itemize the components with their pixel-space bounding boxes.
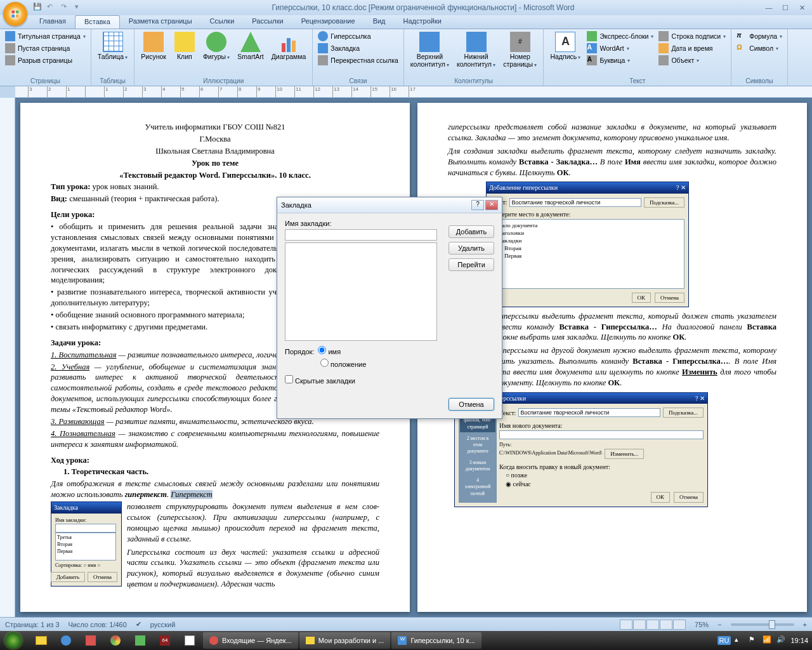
order-position-radio[interactable]: положение [320, 359, 366, 368]
windows-orb-icon [5, 632, 22, 649]
smartart-icon [240, 32, 261, 52]
ribbon: Титульная страница Пустая страница Разры… [0, 29, 812, 86]
view-outline[interactable] [660, 620, 672, 630]
symbol-button[interactable]: ΩСимвол [735, 43, 783, 54]
goto-button[interactable]: Перейти [449, 258, 494, 271]
textbox-button[interactable]: AНадпись [547, 30, 583, 62]
qat-more-icon[interactable]: ▾ [75, 3, 85, 13]
pin-ie[interactable] [54, 632, 78, 649]
bookmark-button[interactable]: Закладка [317, 43, 399, 54]
equation-button[interactable]: πФормула [735, 30, 783, 42]
task-1[interactable]: Входящие — Яндек... [203, 632, 298, 649]
hyperlink-icon [318, 31, 328, 41]
wordart-button[interactable]: AWordArt [586, 43, 655, 54]
shapes-icon [206, 32, 226, 52]
pin-app3[interactable] [79, 632, 103, 649]
header-button[interactable]: Верхний колонтитул [408, 30, 452, 69]
bookmark-listbox[interactable] [285, 242, 437, 341]
view-draft[interactable] [673, 620, 686, 630]
spellcheck-icon[interactable]: ✔ [136, 620, 141, 628]
view-print-layout[interactable] [620, 620, 632, 630]
object-button[interactable]: Объект [657, 55, 727, 66]
tray-clock[interactable]: 19:14 [790, 637, 808, 644]
status-words[interactable]: Число слов: 1/460 [69, 621, 127, 628]
zoom-in[interactable]: + [803, 621, 807, 628]
zoom-slider[interactable] [731, 623, 794, 626]
cancel-button[interactable]: Отмена [449, 398, 494, 411]
cover-page-button[interactable]: Титульная страница [4, 30, 87, 42]
crossref-button[interactable]: Перекрестная ссылка [317, 55, 399, 66]
start-button[interactable] [0, 631, 27, 650]
pin-chrome[interactable] [103, 632, 128, 649]
wordart-icon: A [587, 43, 597, 53]
view-web[interactable] [646, 620, 659, 630]
page-number-button[interactable]: #Номер страницы [501, 30, 539, 69]
pin-explorer[interactable] [29, 632, 53, 649]
tray-volume-icon[interactable]: 🔊 [776, 635, 787, 646]
datetime-button[interactable]: Дата и время [657, 43, 727, 54]
close-button[interactable]: ✕ [794, 3, 809, 13]
embedded-hyperlink-dialog-1: Добавление гиперссылки? ✕ Текст:Подсказк… [486, 182, 689, 307]
zoom-level[interactable]: 75% [695, 621, 709, 628]
tray-network-icon[interactable]: 📶 [763, 635, 773, 646]
tab-references[interactable]: Ссылки [201, 15, 244, 29]
signature-line-button[interactable]: Строка подписи [657, 30, 727, 42]
table-button[interactable]: Таблица [95, 30, 130, 62]
lesson-type-label: Тип урока: [51, 182, 90, 191]
clipart-icon [174, 32, 195, 52]
lesson-kind-label: Вид: [51, 194, 67, 203]
tray-flag-icon[interactable]: ⚑ [749, 635, 759, 646]
save-icon[interactable]: 💾 [33, 3, 43, 13]
footer-button[interactable]: Нижний колонтитул [454, 30, 498, 69]
office-button[interactable] [3, 2, 27, 26]
ie-icon [61, 635, 71, 646]
view-fullscreen[interactable] [633, 620, 646, 630]
delete-button[interactable]: Удалить [449, 242, 494, 255]
blank-page-button[interactable]: Пустая страница [4, 43, 87, 54]
dialog-close-button[interactable]: ✕ [485, 200, 498, 210]
ruler-horizontal[interactable]: 3211234567891011121314151617 [15, 86, 812, 98]
tray-up-icon[interactable]: ▴ [735, 635, 745, 646]
status-language[interactable]: русский [150, 621, 175, 628]
subject: Урок по теме [51, 158, 379, 169]
pin-app7[interactable] [178, 632, 202, 649]
tab-page-layout[interactable]: Разметка страницы [120, 15, 201, 29]
tray-lang[interactable]: RU [717, 636, 731, 645]
chart-button[interactable]: Диаграмма [269, 30, 309, 62]
tab-review[interactable]: Рецензирование [292, 15, 364, 29]
tab-addins[interactable]: Надстройки [395, 15, 450, 29]
undo-icon[interactable]: ↶ [47, 3, 57, 13]
pin-app5[interactable] [128, 632, 152, 649]
order-name-radio[interactable]: имя [318, 346, 341, 355]
title-bar: 💾 ↶ ↷ ▾ Гиперссылки, 10 класс.doc [Режим… [0, 0, 812, 15]
redo-icon[interactable]: ↷ [61, 3, 71, 13]
quickparts-button[interactable]: Экспресс-блоки [586, 30, 655, 42]
tab-home[interactable]: Главная [30, 15, 75, 29]
hidden-bookmarks-checkbox[interactable]: Скрытые закладки [285, 375, 355, 385]
system-tray: RU ▴ ⚑ 📶 🔊 19:14 [714, 635, 812, 646]
tab-mailings[interactable]: Рассылки [243, 15, 292, 29]
shapes-button[interactable]: Фигуры [200, 30, 232, 62]
pin-app6[interactable]: 64 [153, 632, 177, 649]
bookmark-name-input[interactable] [285, 229, 437, 241]
tab-view[interactable]: Вид [364, 15, 395, 29]
group-headerfooter-label: Колонтитулы [408, 76, 540, 86]
page-break-button[interactable]: Разрыв страницы [4, 55, 87, 66]
clipart-button[interactable]: Клип [171, 30, 198, 62]
dropcap-button[interactable]: AБуквица [586, 55, 655, 66]
task-2[interactable]: Мои разработки и ... [299, 632, 391, 649]
table-icon [103, 32, 123, 52]
minimize-button[interactable]: — [761, 3, 776, 13]
zoom-out[interactable]: − [717, 621, 721, 628]
dialog-help-button[interactable]: ? [471, 200, 484, 210]
status-page[interactable]: Страница: 1 из 3 [5, 621, 60, 628]
maximize-button[interactable]: ☐ [778, 3, 793, 13]
add-button[interactable]: Добавить [449, 225, 494, 238]
ruler-vertical[interactable] [0, 98, 15, 617]
task-3[interactable]: WГиперссылки, 10 к... [391, 632, 481, 649]
hyperlink-button[interactable]: Гиперссылка [317, 30, 399, 42]
smartart-button[interactable]: SmartArt [235, 30, 266, 62]
picture-button[interactable]: Рисунок [138, 30, 169, 62]
tab-insert[interactable]: Вставка [75, 15, 120, 29]
bookmark-dialog: Закладка ? ✕ Имя закладки: Добавить Удал… [277, 197, 502, 419]
